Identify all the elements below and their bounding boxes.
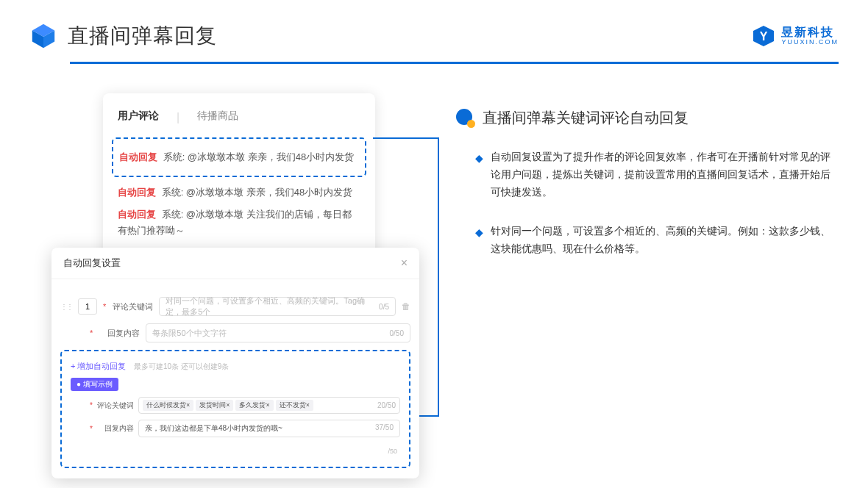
- required-dot: *: [90, 401, 93, 409]
- section-title: 直播间弹幕关键词评论自动回复: [483, 108, 689, 128]
- bullet-text: 针对同一个问题，可设置多个相近的、高频的关键词。例如：这款多少钱、这块能优惠吗、…: [491, 223, 839, 258]
- bullet-marker-icon: ◆: [475, 224, 483, 258]
- example-badge: ● 填写示例: [71, 378, 118, 391]
- comment-text: 系统: @冰墩墩本墩 亲亲，我们48小时内发货: [163, 151, 355, 162]
- main-content: 用户评论 | 待播商品 自动回复 系统: @冰墩墩本墩 亲亲，我们48小时内发货…: [0, 64, 868, 280]
- add-row: + 增加自动回复 最多可建10条 还可以创建9条: [71, 359, 400, 372]
- spare-counter: /50: [388, 448, 397, 455]
- auto-reply-badge: 自动回复: [118, 209, 156, 220]
- required-dot: *: [90, 329, 93, 337]
- tab-user-comments[interactable]: 用户评论: [118, 110, 159, 126]
- example-keyword-row: * 评论关键词 什么时候发货× 发货时间× 多久发货× 还不发货× 20/50: [71, 397, 400, 414]
- connector-line: [417, 415, 438, 417]
- header-left: 直播间弹幕回复: [29, 22, 217, 50]
- highlighted-comment-box: 自动回复 系统: @冰墩墩本墩 亲亲，我们48小时内发货: [112, 137, 366, 177]
- bullet-marker-icon: ◆: [475, 150, 483, 201]
- tab-pending-goods[interactable]: 待播商品: [197, 110, 238, 126]
- auto-reply-settings-modal: 自动回复设置 × ⋮⋮ * 评论关键词 对同一个问题，可设置多个相近、高频的关键…: [51, 248, 419, 478]
- tag-chip[interactable]: 还不发货×: [276, 400, 313, 411]
- right-column: 直播间弹幕关键词评论自动回复 ◆ 自动回复设置为了提升作者的评论回复效率，作者可…: [456, 93, 839, 280]
- bullet-item: ◆ 针对同一个问题，可设置多个相近的、高频的关键词。例如：这款多少钱、这块能优惠…: [475, 223, 839, 258]
- page-title: 直播间弹幕回复: [68, 22, 217, 50]
- content-label: 回复内容: [99, 328, 140, 339]
- tab-separator: |: [177, 111, 179, 124]
- tag-chip[interactable]: 多久发货×: [235, 400, 273, 411]
- cube-icon: [29, 22, 57, 50]
- keyword-placeholder: 对同一个问题，可设置多个相近、高频的关键词。Tag确定，最多5个: [166, 295, 379, 317]
- example-keyword-input[interactable]: 什么时候发货× 发货时间× 多久发货× 还不发货× 20/50: [138, 397, 400, 414]
- svg-text:Y: Y: [760, 30, 768, 43]
- section-header: 直播间弹幕关键词评论自动回复: [456, 108, 839, 128]
- modal-header: 自动回复设置 ×: [51, 248, 419, 279]
- bullet-text: 自动回复设置为了提升作者的评论回复效率，作者可在开播前针对常见的评论用户问题，提…: [491, 148, 839, 201]
- example-highlight-box: + 增加自动回复 最多可建10条 还可以创建9条 ● 填写示例 * 评论关键词 …: [60, 350, 410, 468]
- content-row: * 回复内容 每条限50个中文字符 0/50: [60, 323, 410, 342]
- tag-chip[interactable]: 什么时候发货×: [143, 400, 193, 411]
- comment-row: 自动回复 系统: @冰墩墩本墩 关注我们的店铺，每日都有热门推荐呦～: [118, 207, 360, 239]
- required-dot: *: [103, 302, 106, 311]
- example-content-row: * 回复内容 亲，我们这边都是下单48小时内发货的哦~ 37/50: [71, 420, 400, 437]
- content-counter: 0/50: [390, 329, 404, 337]
- auto-reply-badge: 自动回复: [119, 151, 157, 162]
- content-input[interactable]: 每条限50个中文字符 0/50: [146, 323, 410, 342]
- example-content-input[interactable]: 亲，我们这边都是下单48小时内发货的哦~ 37/50: [138, 420, 400, 437]
- comment-tabs: 用户评论 | 待播商品: [118, 110, 360, 126]
- keyword-input[interactable]: 对同一个问题，可设置多个相近、高频的关键词。Tag确定，最多5个 0/5: [159, 297, 396, 316]
- keyword-label: 评论关键词: [112, 301, 153, 312]
- example-keyword-counter: 20/50: [377, 401, 396, 409]
- add-hint: 最多可建10条 还可以创建9条: [134, 362, 229, 370]
- comment-row: 自动回复 系统: @冰墩墩本墩 亲亲，我们48小时内发货: [119, 149, 359, 165]
- delete-icon[interactable]: 🗑: [402, 301, 410, 312]
- keyword-row: ⋮⋮ * 评论关键词 对同一个问题，可设置多个相近、高频的关键词。Tag确定，最…: [60, 297, 410, 316]
- comment-row: 自动回复 系统: @冰墩墩本墩 亲亲，我们48小时内发货: [118, 184, 360, 201]
- brand-en: YUUXIN.COM: [781, 39, 839, 46]
- auto-reply-badge: 自动回复: [118, 187, 156, 198]
- content-placeholder: 每条限50个中文字符: [152, 328, 226, 339]
- modal-body: ⋮⋮ * 评论关键词 对同一个问题，可设置多个相近、高频的关键词。Tag确定，最…: [51, 279, 419, 478]
- close-icon[interactable]: ×: [401, 256, 408, 270]
- bubble-icon: [456, 109, 475, 128]
- connector-line: [438, 137, 439, 417]
- brand-logo: Y 昱新科技 YUUXIN.COM: [752, 24, 839, 48]
- example-content-label: 回复内容: [97, 423, 134, 434]
- bullet-item: ◆ 自动回复设置为了提升作者的评论回复效率，作者可在开播前针对常见的评论用户问题…: [475, 148, 839, 201]
- tag-chip[interactable]: 发货时间×: [196, 400, 233, 411]
- add-auto-reply-link[interactable]: + 增加自动回复: [71, 362, 126, 370]
- brand-icon: Y: [752, 24, 775, 48]
- slide-header: 直播间弹幕回复 Y 昱新科技 YUUXIN.COM: [0, 0, 868, 57]
- example-content-value: 亲，我们这边都是下单48小时内发货的哦~: [145, 423, 282, 434]
- bullet-list: ◆ 自动回复设置为了提升作者的评论回复效率，作者可在开播前针对常见的评论用户问题…: [456, 148, 839, 258]
- required-dot: *: [90, 425, 93, 433]
- connector-line: [373, 137, 439, 139]
- left-column: 用户评论 | 待播商品 自动回复 系统: @冰墩墩本墩 亲亲，我们48小时内发货…: [59, 93, 419, 280]
- index-input[interactable]: [78, 298, 97, 315]
- drag-handle-icon[interactable]: ⋮⋮: [60, 303, 72, 311]
- example-keyword-label: 评论关键词: [97, 401, 134, 411]
- example-content-counter: 37/50: [375, 423, 394, 434]
- modal-title: 自动回复设置: [63, 256, 121, 270]
- keyword-counter: 0/5: [379, 303, 389, 311]
- comment-text: 系统: @冰墩墩本墩 亲亲，我们48小时内发货: [162, 187, 353, 198]
- brand-cn: 昱新科技: [781, 26, 839, 39]
